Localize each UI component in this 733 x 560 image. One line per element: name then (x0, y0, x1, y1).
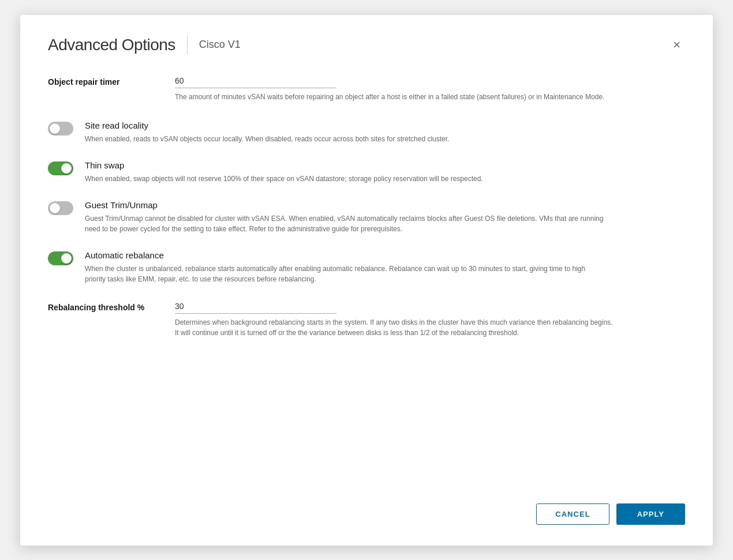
site-read-locality-toggle[interactable] (48, 122, 73, 136)
object-repair-timer-label: Object repair timer (48, 75, 175, 87)
object-repair-timer-input-col: The amount of minutes vSAN waits before … (175, 75, 685, 102)
thin-swap-thumb (61, 163, 72, 174)
site-read-locality-row: Site read locality When enabled, reads t… (48, 121, 685, 144)
thin-swap-content: Thin swap When enabled, swap objects wil… (85, 160, 685, 184)
guest-trim-unmap-thumb (50, 203, 60, 213)
close-button[interactable]: × (668, 36, 685, 54)
cancel-button[interactable]: CANCEL (536, 503, 609, 525)
guest-trim-unmap-row: Guest Trim/Unmap Guest Trim/Unmap cannot… (48, 200, 685, 234)
automatic-rebalance-row: Automatic rebalance When the cluster is … (48, 250, 685, 284)
dialog-header: Advanced Options Cisco V1 × (48, 36, 685, 54)
thin-swap-track (48, 161, 73, 175)
object-repair-timer-row: Object repair timer The amount of minute… (48, 75, 685, 102)
site-read-locality-thumb (50, 123, 60, 134)
thin-swap-toggle-col (48, 160, 85, 178)
rebalancing-threshold-label: Rebalancing threshold % (48, 300, 175, 312)
guest-trim-unmap-description: Guest Trim/Unmap cannot be disabled for … (85, 213, 604, 234)
dialog-title: Advanced Options (48, 36, 175, 54)
rebalancing-threshold-input-col: Determines when background rebalancing s… (175, 300, 685, 338)
automatic-rebalance-toggle[interactable] (48, 251, 73, 265)
title-divider (187, 36, 188, 54)
dialog-subtitle: Cisco V1 (199, 39, 241, 51)
automatic-rebalance-content: Automatic rebalance When the cluster is … (85, 250, 685, 284)
automatic-rebalance-label: Automatic rebalance (85, 250, 685, 260)
dialog-footer: CANCEL APPLY (48, 483, 685, 525)
advanced-options-dialog: Advanced Options Cisco V1 × Object repai… (20, 15, 713, 546)
site-read-locality-content: Site read locality When enabled, reads t… (85, 121, 685, 144)
site-read-locality-track (48, 122, 73, 136)
site-read-locality-toggle-col (48, 121, 85, 138)
apply-button[interactable]: APPLY (616, 503, 685, 525)
thin-swap-toggle[interactable] (48, 161, 73, 175)
dialog-content: Object repair timer The amount of minute… (48, 75, 685, 483)
automatic-rebalance-toggle-col (48, 250, 85, 268)
guest-trim-unmap-content: Guest Trim/Unmap Guest Trim/Unmap cannot… (85, 200, 685, 234)
automatic-rebalance-description: When the cluster is unbalanced, rebalanc… (85, 264, 604, 284)
automatic-rebalance-track (48, 251, 73, 265)
guest-trim-unmap-track (48, 201, 73, 215)
guest-trim-unmap-label: Guest Trim/Unmap (85, 200, 685, 210)
thin-swap-row: Thin swap When enabled, swap objects wil… (48, 160, 685, 184)
object-repair-timer-description: The amount of minutes vSAN waits before … (175, 92, 614, 102)
site-read-locality-label: Site read locality (85, 121, 685, 130)
title-group: Advanced Options Cisco V1 (48, 36, 241, 54)
rebalancing-threshold-row: Rebalancing threshold % Determines when … (48, 300, 685, 338)
object-repair-timer-input[interactable] (175, 75, 336, 88)
guest-trim-unmap-toggle[interactable] (48, 201, 73, 215)
thin-swap-label: Thin swap (85, 160, 685, 170)
site-read-locality-description: When enabled, reads to vSAN objects occu… (85, 134, 604, 144)
thin-swap-description: When enabled, swap objects will not rese… (85, 174, 604, 184)
guest-trim-unmap-toggle-col (48, 200, 85, 217)
rebalancing-threshold-description: Determines when background rebalancing s… (175, 317, 614, 338)
automatic-rebalance-thumb (61, 253, 72, 264)
rebalancing-threshold-input[interactable] (175, 300, 336, 314)
